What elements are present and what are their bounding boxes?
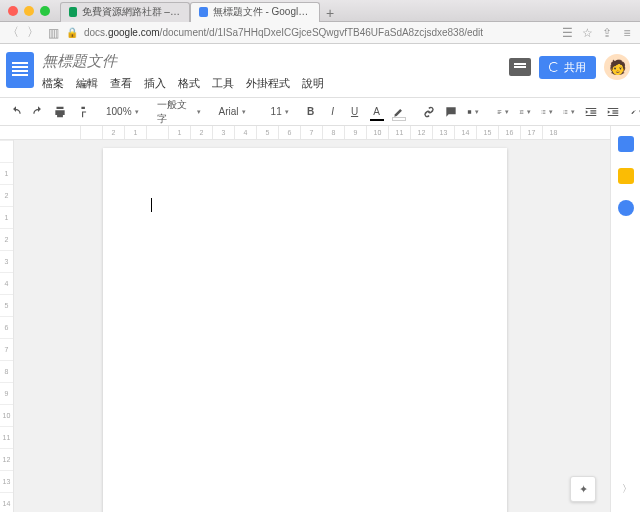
print-button[interactable] — [50, 102, 70, 122]
docs-header: 無標題文件 檔案 編輯 查看 插入 格式 工具 外掛程式 說明 共用 🧑 — [0, 44, 640, 98]
nav-back-button[interactable]: 〈 — [6, 24, 20, 41]
bold-button[interactable]: B — [301, 102, 321, 122]
window-zoom[interactable] — [40, 6, 50, 16]
font-select[interactable]: Arial — [215, 102, 257, 122]
favicon-icon — [199, 7, 208, 17]
editing-mode-button[interactable] — [627, 102, 640, 122]
bulleted-list-button[interactable] — [559, 102, 579, 122]
style-select[interactable]: 一般文字 — [153, 102, 205, 122]
favicon-icon — [69, 7, 77, 17]
paint-format-button[interactable] — [72, 102, 92, 122]
page-scroll[interactable]: 121234567891011121314151617181920 — [0, 140, 610, 512]
line-spacing-button[interactable] — [515, 102, 535, 122]
insert-link-button[interactable] — [419, 102, 439, 122]
fontsize-select[interactable]: 11 — [267, 102, 291, 122]
text-cursor — [151, 198, 152, 212]
reader-icon[interactable]: ☰ — [560, 26, 574, 40]
editor-workspace: 21123456789101112131415161718 1212345678… — [0, 126, 610, 512]
docs-toolbar: 100% 一般文字 Arial 11 B I U A ᐱ — [0, 98, 640, 126]
text-color-button[interactable]: A — [367, 102, 387, 122]
browser-address-bar: 〈 〉 ▥ 🔒 docs.google.com/document/d/1ISa7… — [0, 22, 640, 44]
browser-tabs: 免費資源網路社群 – 免費資訊 無標題文件 - Google 文件 + — [60, 0, 340, 22]
menu-icon[interactable]: ≡ — [620, 26, 634, 40]
side-panel-toggle[interactable]: 〉 — [622, 482, 632, 496]
menu-addons[interactable]: 外掛程式 — [246, 76, 290, 91]
bookmark-icon[interactable]: ☆ — [580, 26, 594, 40]
keep-icon[interactable] — [618, 168, 634, 184]
menu-tools[interactable]: 工具 — [212, 76, 234, 91]
browser-tab[interactable]: 免費資源網路社群 – 免費資訊 — [60, 2, 190, 22]
comments-button[interactable] — [509, 58, 531, 76]
window-close[interactable] — [8, 6, 18, 16]
redo-button[interactable] — [28, 102, 48, 122]
explore-button[interactable]: ✦ — [570, 476, 596, 502]
menu-format[interactable]: 格式 — [178, 76, 200, 91]
insert-comment-button[interactable] — [441, 102, 461, 122]
window-minimize[interactable] — [24, 6, 34, 16]
nav-tabs-button[interactable]: ▥ — [46, 26, 60, 40]
numbered-list-button[interactable] — [537, 102, 557, 122]
align-button[interactable] — [493, 102, 513, 122]
undo-button[interactable] — [6, 102, 26, 122]
doc-title[interactable]: 無標題文件 — [42, 50, 509, 73]
side-panel — [610, 126, 640, 512]
menu-insert[interactable]: 插入 — [144, 76, 166, 91]
account-avatar[interactable]: 🧑 — [604, 54, 630, 80]
tasks-icon[interactable] — [618, 200, 634, 216]
insert-image-button[interactable] — [463, 102, 483, 122]
zoom-select[interactable]: 100% — [102, 102, 143, 122]
italic-button[interactable]: I — [323, 102, 343, 122]
nav-forward-button[interactable]: 〉 — [26, 24, 40, 41]
share-icon[interactable]: ⇪ — [600, 26, 614, 40]
menu-file[interactable]: 檔案 — [42, 76, 64, 91]
docs-logo-icon[interactable] — [6, 52, 34, 88]
new-tab-button[interactable]: + — [320, 4, 340, 22]
menu-view[interactable]: 查看 — [110, 76, 132, 91]
menu-help[interactable]: 說明 — [302, 76, 324, 91]
indent-decrease-button[interactable] — [581, 102, 601, 122]
horizontal-ruler[interactable]: 21123456789101112131415161718 — [0, 126, 610, 140]
window-titlebar: 免費資源網路社群 – 免費資訊 無標題文件 - Google 文件 + — [0, 0, 640, 22]
lock-icon: 🔒 — [66, 27, 78, 38]
share-button[interactable]: 共用 — [539, 56, 596, 79]
calendar-icon[interactable] — [618, 136, 634, 152]
highlight-color-button[interactable] — [389, 102, 409, 122]
indent-increase-button[interactable] — [603, 102, 623, 122]
url-field[interactable]: docs.google.com/document/d/1ISa7HHqDxeIC… — [84, 27, 554, 38]
menu-bar: 檔案 編輯 查看 插入 格式 工具 外掛程式 說明 — [42, 76, 509, 91]
browser-tab[interactable]: 無標題文件 - Google 文件 — [190, 2, 320, 22]
menu-edit[interactable]: 編輯 — [76, 76, 98, 91]
underline-button[interactable]: U — [345, 102, 365, 122]
vertical-ruler[interactable]: 121234567891011121314151617181920 — [0, 140, 14, 512]
document-page[interactable] — [103, 148, 507, 512]
